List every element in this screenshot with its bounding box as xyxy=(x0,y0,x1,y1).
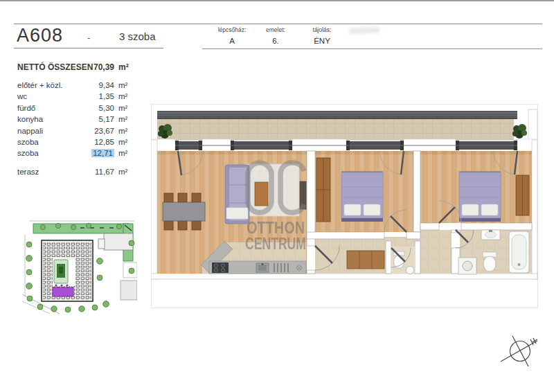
area-unit: m² xyxy=(118,127,127,135)
area-label: terasz xyxy=(17,168,39,176)
meta-orientation-label: tájolás: xyxy=(298,26,346,33)
area-value-highlighted: 12,71 xyxy=(91,149,114,157)
meta-orientation-value: ÉNY xyxy=(298,37,346,45)
header-rule-bottom-left xyxy=(14,48,163,48)
terrace xyxy=(157,109,537,140)
area-value: 12,85 xyxy=(62,138,114,146)
area-total-value: 70,39 xyxy=(62,62,114,72)
bathroom-toilet xyxy=(483,252,497,271)
area-unit: m² xyxy=(118,168,127,176)
area-value: 5,17 xyxy=(62,115,114,123)
coffee-table xyxy=(255,182,268,206)
area-label: wc xyxy=(17,92,27,100)
meta-floor: emelet: 6. xyxy=(251,26,300,45)
area-label: nappali xyxy=(17,127,43,135)
site-plan xyxy=(22,220,137,314)
area-value: 23,67 xyxy=(62,127,114,135)
area-unit: m² xyxy=(118,138,127,146)
bedroom-2 xyxy=(459,171,529,222)
area-label: szoba xyxy=(17,138,39,146)
floorplan-sheet: A608 - 3 szoba lépcsőház: A emelet: 6. t… xyxy=(0,0,554,392)
area-row: nappali 23,67 m² xyxy=(0,127,138,137)
area-value: 9,34 xyxy=(62,81,114,89)
area-total-unit: m² xyxy=(118,62,129,72)
stove xyxy=(212,262,229,273)
bed-1 xyxy=(341,171,383,222)
terrace-divider xyxy=(528,109,537,140)
kitchen-sink xyxy=(256,263,269,272)
wall-shadow xyxy=(157,151,532,154)
wc-sink xyxy=(406,267,414,274)
meta-staircase-label: lépcsőház: xyxy=(208,26,256,33)
area-label: szoba xyxy=(17,149,39,157)
meta-orientation: tájolás: ÉNY xyxy=(298,26,346,45)
hall-wardrobe xyxy=(347,251,384,269)
site-courtyard xyxy=(53,258,75,286)
area-unit: m² xyxy=(118,149,127,157)
area-terrace-row: terasz 11,67 m² xyxy=(0,168,138,178)
area-unit: m² xyxy=(118,104,127,112)
header-rule-top xyxy=(14,24,542,24)
unit-id: A608 xyxy=(17,25,63,46)
area-label: konyha xyxy=(17,115,43,123)
area-row-highlighted: szoba 12,71 m² xyxy=(0,149,138,159)
area-value: 5,30 xyxy=(62,104,114,112)
terrace-railing xyxy=(157,111,517,119)
area-total-row: NETTÓ ÖSSZESEN 70,39 m² xyxy=(0,62,138,73)
bed-2 xyxy=(459,171,501,222)
site-building xyxy=(42,240,93,301)
bathtub xyxy=(509,231,529,273)
meta-floor-value: 6. xyxy=(251,37,300,45)
meta-staircase-value: A xyxy=(208,37,256,45)
area-row: konyha 5,17 m² xyxy=(0,115,138,125)
area-value: 11,67 xyxy=(62,168,114,176)
area-value: 1,35 xyxy=(62,92,114,100)
dining-set xyxy=(163,193,205,230)
area-row: wc 1,35 m² xyxy=(0,92,138,103)
header-rule-bottom-right xyxy=(202,48,542,49)
faded-artifact xyxy=(349,27,379,34)
area-label: fürdő xyxy=(17,104,35,112)
bathroom-sink xyxy=(481,230,500,240)
floor-plan: OTTHON CENTRUM xyxy=(151,104,538,308)
washing-machine xyxy=(458,258,476,274)
north-arrow xyxy=(501,336,537,366)
meta-floor-label: emelet: xyxy=(251,26,300,33)
area-label: előtér + közl. xyxy=(17,81,63,89)
area-row: előtér + közl. 9,34 m² xyxy=(0,81,138,91)
area-row: fürdő 5,30 m² xyxy=(0,104,138,114)
header-separator: - xyxy=(87,33,90,43)
room-count: 3 szoba xyxy=(119,30,156,42)
area-unit: m² xyxy=(118,81,127,89)
watermark-text-2: CENTRUM xyxy=(245,234,306,253)
area-unit: m² xyxy=(118,92,127,100)
meta-staircase: lépcsőház: A xyxy=(208,26,256,45)
compass-icon xyxy=(499,330,542,369)
area-row: szoba 12,85 m² xyxy=(0,138,138,148)
area-unit: m² xyxy=(118,115,127,123)
top-border xyxy=(0,0,554,1)
